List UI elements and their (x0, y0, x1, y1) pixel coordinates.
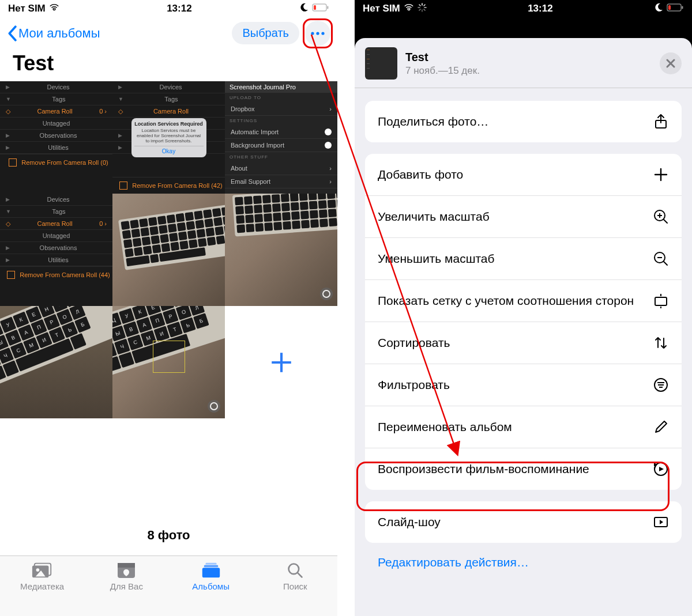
albums-icon (200, 562, 222, 579)
svg-rect-13 (202, 568, 219, 577)
carrier-label: Нет SIM (363, 3, 400, 14)
more-button[interactable] (305, 21, 330, 46)
sheet-title: Test (405, 51, 480, 64)
menu-rename[interactable]: Переименовать альбом (365, 406, 682, 448)
menu-screen: Нет SIM 13:12 ————— Test 7 нояб.—15 дек. (355, 0, 692, 616)
wifi-icon (404, 3, 414, 14)
menu-zoom-out[interactable]: Уменьшить масштаб (365, 237, 682, 279)
dialog: Location Services Required Location Serv… (131, 118, 206, 157)
live-photo-icon (208, 400, 220, 413)
select-button[interactable]: Выбрать (232, 22, 299, 44)
tab-search[interactable]: Поиск (255, 562, 336, 616)
carrier-label: Нет SIM (8, 3, 46, 14)
album-title: Test (0, 49, 337, 81)
search-icon (284, 562, 306, 579)
chevron-left-icon (7, 25, 17, 41)
menu-share[interactable]: Поделиться фото… (365, 101, 682, 142)
clock-label: 13:12 (528, 3, 552, 14)
live-photo-icon (320, 288, 333, 300)
svg-line-39 (664, 262, 667, 265)
clock-label: 13:12 (167, 3, 191, 14)
menu-aspect-grid[interactable]: Показать сетку с учетом соотношения стор… (365, 279, 682, 322)
trash-icon (119, 182, 127, 190)
tab-albums[interactable]: Альбомы (171, 562, 251, 616)
selection-box (153, 341, 185, 373)
svg-rect-2 (314, 5, 316, 10)
svg-rect-1 (327, 6, 329, 9)
photo-thumb[interactable]: Screenshot Journal Pro UPLOAD TO Dropbox… (225, 81, 337, 194)
for-you-icon (115, 562, 137, 579)
svg-rect-14 (204, 565, 218, 568)
annotation-highlight (303, 18, 333, 48)
back-button[interactable]: Мои альбомы (7, 25, 100, 41)
add-photo-button[interactable] (225, 306, 337, 418)
trash-icon (7, 271, 15, 279)
annotation-highlight (356, 462, 670, 511)
action-sheet: ————— Test 7 нояб.—15 дек. Поделиться фо… (355, 38, 692, 616)
svg-rect-15 (205, 563, 216, 565)
svg-point-10 (36, 568, 40, 572)
svg-rect-28 (668, 5, 671, 10)
sheet-subtitle: 7 нояб.—15 дек. (405, 65, 480, 77)
zoom-out-icon (653, 251, 669, 267)
album-screen: Нет SIM 13:12 Мои альбомы Выбрать Test (0, 0, 337, 616)
share-icon (653, 114, 669, 130)
sheet-thumbnail: ————— (365, 47, 397, 80)
photo-thumb[interactable] (225, 194, 337, 306)
trash-icon (9, 158, 17, 167)
menu-add[interactable]: Добавить фото (365, 154, 682, 195)
tab-library[interactable]: Медиатека (2, 562, 82, 616)
photo-thumb[interactable]: ЙЦУКЕНГШ ФЫВАПРОЛ ЯЧСМИТЬБ (0, 306, 112, 418)
svg-line-35 (664, 220, 667, 223)
spinner-icon (418, 3, 427, 15)
slideshow-icon (653, 514, 669, 530)
menu-filter[interactable]: Фильтровать (365, 364, 682, 406)
library-icon (31, 562, 53, 579)
photo-thumb[interactable]: ▶Devices ▼Tags ◇Camera Roll0 › Untagged … (0, 194, 112, 306)
svg-line-17 (298, 573, 302, 577)
nav-bar: Мои альбомы Выбрать (0, 17, 337, 49)
photo-thumb[interactable]: ▶Devices ▼Tags ◇Camera Roll Unt ▶Obs ▶Ut… (112, 81, 225, 194)
svg-line-22 (419, 5, 420, 6)
zoom-in-icon (653, 209, 669, 225)
pencil-icon (653, 419, 669, 435)
close-icon (665, 58, 676, 69)
sort-icon (653, 335, 669, 351)
svg-rect-27 (682, 6, 683, 9)
wifi-icon (49, 3, 59, 14)
photo-thumb[interactable]: ЙЦУКЕНГШ ФЫВАПРОЛ ЯЧСМИТЬБ (112, 306, 225, 418)
battery-icon (312, 3, 329, 14)
svg-line-24 (419, 9, 420, 10)
moon-icon (299, 3, 309, 15)
status-bar: Нет SIM 13:12 (355, 0, 692, 17)
close-button[interactable] (660, 52, 682, 74)
status-bar: Нет SIM 13:12 (0, 0, 337, 17)
back-label: Мои альбомы (18, 26, 100, 41)
sheet-header: ————— Test 7 нояб.—15 дек. (365, 38, 682, 88)
aspect-grid-icon (653, 293, 669, 309)
plus-icon (653, 167, 669, 183)
svg-rect-41 (655, 297, 667, 305)
svg-rect-12 (118, 563, 135, 568)
moon-icon (654, 3, 663, 15)
svg-line-23 (424, 9, 425, 10)
photo-thumb[interactable]: ▶Devices ▼Tags ◇Camera Roll0 › Untagged … (0, 81, 112, 194)
menu-sort[interactable]: Сортировать (365, 322, 682, 364)
battery-icon (667, 3, 684, 14)
photo-count: 8 фото (0, 528, 337, 543)
svg-line-25 (424, 5, 425, 6)
menu-zoom-in[interactable]: Увеличить масштаб (365, 195, 682, 237)
tab-for-you[interactable]: Для Вас (86, 562, 167, 616)
tab-bar: Медиатека Для Вас Альбомы Поиск (0, 555, 337, 616)
filter-icon (653, 377, 669, 393)
edit-actions-link[interactable]: Редактировать действия… (365, 543, 682, 582)
photo-grid: ▶Devices ▼Tags ◇Camera Roll0 › Untagged … (0, 81, 337, 418)
plus-icon (269, 350, 294, 375)
photo-thumb[interactable] (112, 194, 225, 306)
